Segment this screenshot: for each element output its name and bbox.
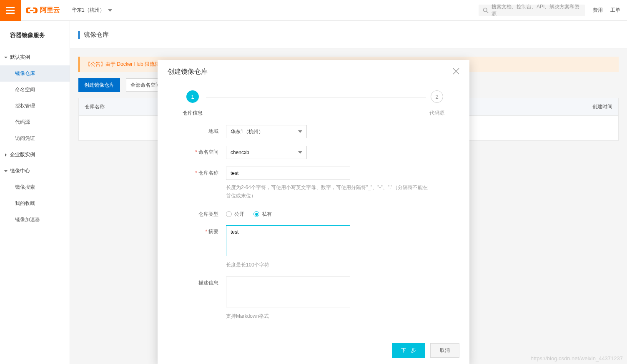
description-help: 支持Markdown格式 xyxy=(226,312,430,320)
modal-overlay: 创建镜像仓库 1 仓库信息 2 代码源 地域 华东1（杭州） xyxy=(0,0,627,364)
close-icon xyxy=(453,68,459,75)
summary-help: 长度最长100个字符 xyxy=(226,261,430,269)
close-button[interactable] xyxy=(453,68,459,76)
label-description: 描述信息 xyxy=(168,277,226,287)
region-select[interactable]: 华东1（杭州） xyxy=(226,125,307,138)
chevron-down-icon xyxy=(298,130,302,133)
step-1-circle: 1 xyxy=(186,90,199,103)
step-2-label: 代码源 xyxy=(429,110,444,117)
modal-title: 创建镜像仓库 xyxy=(168,67,208,76)
step-indicator: 1 仓库信息 2 代码源 xyxy=(158,76,469,121)
step-2-circle: 2 xyxy=(431,90,443,103)
summary-textarea[interactable] xyxy=(226,225,350,256)
label-summary: *摘要 xyxy=(168,225,226,235)
next-button[interactable]: 下一步 xyxy=(392,343,425,358)
step-1-label: 仓库信息 xyxy=(183,110,203,117)
label-namespace: *命名空间 xyxy=(168,146,226,156)
cancel-button[interactable]: 取消 xyxy=(430,343,459,358)
radio-public[interactable]: 公开 xyxy=(226,211,244,218)
namespace-select[interactable]: chencxb xyxy=(226,146,307,159)
label-repo-type: 仓库类型 xyxy=(168,208,226,218)
radio-circle-icon xyxy=(226,211,232,217)
chevron-down-icon xyxy=(298,151,302,154)
radio-circle-checked-icon xyxy=(253,211,259,217)
repo-name-input[interactable] xyxy=(226,167,350,180)
label-region: 地域 xyxy=(168,125,226,135)
create-repo-modal: 创建镜像仓库 1 仓库信息 2 代码源 地域 华东1（杭州） xyxy=(158,60,469,364)
label-repo-name: *仓库名称 xyxy=(168,167,226,177)
description-textarea[interactable] xyxy=(226,277,350,307)
radio-private[interactable]: 私有 xyxy=(253,211,272,218)
watermark: https://blog.csdn.net/weixin_44371237 xyxy=(531,355,623,362)
repo-name-help: 长度为2-64个字符，可使用小写英文字母、数字，可使用分隔符"_"、"-"、".… xyxy=(226,183,430,200)
